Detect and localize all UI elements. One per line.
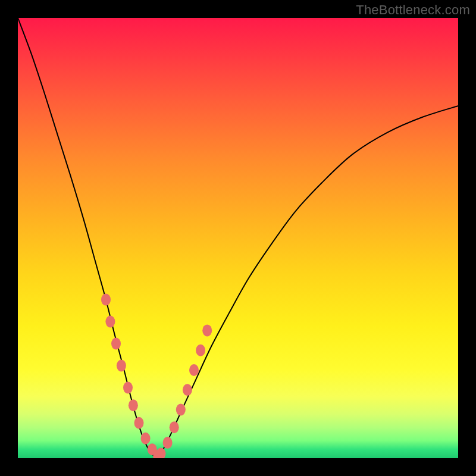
bead [170,421,179,433]
beads-left-group [101,294,162,458]
bead [196,345,205,356]
bead [111,338,121,350]
curve-left-branch [18,18,156,458]
bead [183,384,192,396]
beads-right-group [156,324,212,458]
bead [134,417,144,429]
bead [123,382,133,394]
bead [176,404,186,416]
plot-area [18,18,458,458]
bead [101,294,111,306]
bead [189,364,199,376]
bead [202,324,212,336]
watermark-text: TheBottleneck.com [356,2,470,18]
chart-overlay [18,18,458,458]
bead [141,433,151,444]
bead [163,437,173,449]
bead [117,360,126,372]
chart-frame: TheBottleneck.com [0,0,476,476]
bead [129,399,138,411]
curve-right-branch [156,106,458,458]
bead [156,448,166,458]
bead [105,316,115,328]
